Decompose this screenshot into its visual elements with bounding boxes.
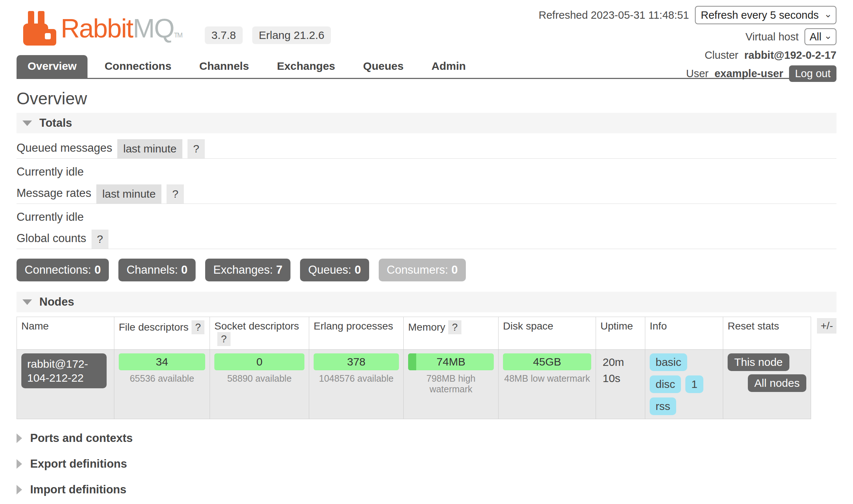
reset-this-node-button[interactable]: This node <box>728 353 789 371</box>
refreshed-timestamp: Refreshed 2023-05-31 11:48:51 <box>539 9 689 21</box>
top-bar: RabbitMQTM 3.7.8 Erlang 21.2.6 Refreshed… <box>17 0 836 55</box>
queued-messages-row: Queued messages last minute ? <box>17 139 836 159</box>
memory-help-button[interactable]: ? <box>448 320 461 334</box>
memory-watermark: 798MB high watermark <box>408 373 494 395</box>
reset-stats-cell: This node All nodes <box>723 350 811 419</box>
disk-space-watermark: 48MB low watermark <box>503 373 591 384</box>
col-header-reset-stats: Reset stats <box>723 317 811 350</box>
virtual-host-select[interactable]: All <box>804 28 836 45</box>
global-counts-label: Global counts <box>17 232 86 249</box>
reset-all-nodes-button[interactable]: All nodes <box>748 374 806 392</box>
memory-bar: 74MB <box>408 353 494 370</box>
tab-exchanges[interactable]: Exchanges <box>266 55 346 78</box>
file-descriptors-bar: 34 <box>119 353 205 370</box>
col-header-uptime: Uptime <box>596 317 645 350</box>
info-badge-basic: basic <box>650 353 687 371</box>
cluster-name: rabbit@192-0-2-17 <box>744 49 836 61</box>
global-counts-row: Global counts ? <box>17 230 836 249</box>
socket-descriptors-help-button[interactable]: ? <box>217 332 231 346</box>
count-badge-channels[interactable]: Channels:0 <box>118 259 196 281</box>
nodes-section-title: Nodes <box>39 295 74 309</box>
virtual-host-label: Virtual host <box>745 31 799 43</box>
message-rates-row: Message rates last minute ? <box>17 184 836 204</box>
rabbitmq-logo: RabbitMQTM <box>23 11 182 53</box>
info-badge-disc: disc <box>650 375 681 393</box>
disk-space-cell: 45GB 48MB low watermark <box>499 350 596 419</box>
queued-messages-label: Queued messages <box>17 141 112 158</box>
collapse-arrow-icon <box>22 120 32 126</box>
expand-arrow-icon <box>17 485 22 494</box>
queued-messages-range-tab[interactable]: last minute <box>117 139 182 158</box>
nodes-table-header-row: Name File descriptors? Socket descriptor… <box>17 317 811 350</box>
tab-overview[interactable]: Overview <box>17 55 88 78</box>
erlang-processes-available: 1048576 available <box>314 373 399 384</box>
logout-button[interactable]: Log out <box>789 65 836 82</box>
queued-messages-status: Currently idle <box>17 165 836 179</box>
col-header-name: Name <box>17 317 114 350</box>
message-rates-label: Message rates <box>17 187 91 204</box>
col-header-socket-descriptors: Socket descriptors ? <box>210 317 309 350</box>
nodes-section-header[interactable]: Nodes <box>17 292 836 312</box>
node-name-cell: rabbit@172-104-212-22 <box>17 350 114 419</box>
file-descriptors-cell: 34 65536 available <box>114 350 210 419</box>
tab-connections[interactable]: Connections <box>93 55 182 78</box>
brand-wordmark: RabbitMQTM <box>61 11 182 53</box>
col-header-info: Info <box>645 317 723 350</box>
count-badge-exchanges[interactable]: Exchanges:7 <box>205 259 290 281</box>
file-descriptors-available: 65536 available <box>119 373 205 384</box>
node-row: rabbit@172-104-212-22 34 65536 available… <box>17 350 811 419</box>
uptime-cell: 20m 10s <box>596 350 645 419</box>
node-name-badge[interactable]: rabbit@172-104-212-22 <box>21 353 107 388</box>
col-header-memory: Memory? <box>404 317 499 350</box>
page-title: Overview <box>17 89 836 108</box>
erlang-processes-cell: 378 1048576 available <box>309 350 404 419</box>
count-badge-connections[interactable]: Connections:0 <box>17 259 109 281</box>
user-name: example-user <box>714 68 783 80</box>
user-label: User <box>686 68 709 80</box>
brand-mq-text: MQ <box>133 14 174 43</box>
col-header-disk-space: Disk space <box>499 317 596 350</box>
global-counts-badges: Connections:0 Channels:0 Exchanges:7 Que… <box>17 259 836 281</box>
file-descriptors-help-button[interactable]: ? <box>192 320 205 334</box>
memory-used-segment <box>408 353 416 370</box>
tab-channels[interactable]: Channels <box>188 55 260 78</box>
message-rates-range-tab[interactable]: last minute <box>96 184 161 204</box>
socket-descriptors-available: 58890 available <box>214 373 304 384</box>
count-badge-queues[interactable]: Queues:0 <box>300 259 369 281</box>
queued-messages-help-button[interactable]: ? <box>188 139 205 158</box>
col-header-erlang-processes: Erlang processes <box>309 317 404 350</box>
memory-cell: 74MB 798MB high watermark <box>404 350 499 419</box>
collapse-arrow-icon <box>22 299 32 305</box>
info-badge-rss: rss <box>650 397 676 415</box>
brand-tm-text: TM <box>174 32 182 39</box>
totals-section-title: Totals <box>39 116 72 130</box>
socket-descriptors-bar: 0 <box>214 353 304 370</box>
global-counts-help-button[interactable]: ? <box>92 230 109 249</box>
disk-space-bar: 45GB <box>503 353 591 370</box>
import-definitions-section[interactable]: Import definitions <box>17 483 836 496</box>
ports-and-contexts-section[interactable]: Ports and contexts <box>17 432 836 445</box>
nodes-table: Name File descriptors? Socket descriptor… <box>17 317 811 419</box>
erlang-processes-bar: 378 <box>314 353 399 370</box>
message-rates-status: Currently idle <box>17 210 836 224</box>
uptime-value-seconds: 10s <box>603 370 640 386</box>
expand-arrow-icon <box>17 459 22 469</box>
info-badge-1: 1 <box>685 375 703 393</box>
message-rates-help-button[interactable]: ? <box>167 184 184 204</box>
expand-arrow-icon <box>17 433 22 443</box>
col-header-file-descriptors: File descriptors? <box>114 317 210 350</box>
column-toggle-button[interactable]: +/- <box>817 318 836 334</box>
cluster-label: Cluster <box>704 49 738 61</box>
rabbit-icon <box>23 11 57 46</box>
socket-descriptors-cell: 0 58890 available <box>210 350 309 419</box>
export-definitions-section[interactable]: Export definitions <box>17 457 836 471</box>
count-badge-consumers: Consumers:0 <box>379 259 466 281</box>
totals-section-header[interactable]: Totals <box>17 113 836 133</box>
erlang-version-badge: Erlang 21.2.6 <box>252 26 331 44</box>
info-cell: basic disc 1 rss <box>645 350 723 419</box>
refresh-interval-select[interactable]: Refresh every 5 seconds <box>695 6 836 24</box>
tab-admin[interactable]: Admin <box>421 55 477 78</box>
tab-queues[interactable]: Queues <box>352 55 415 78</box>
uptime-value-minutes: 20m <box>603 354 640 370</box>
brand-rabbit-text: Rabbit <box>61 14 133 43</box>
